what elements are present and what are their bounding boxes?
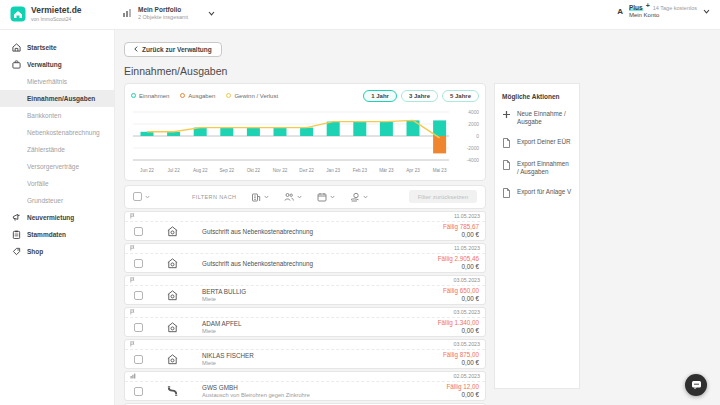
- sidebar-item-grundsteuer[interactable]: Grundsteuer: [0, 192, 114, 209]
- money-icon: [350, 192, 360, 202]
- action-new-entry[interactable]: Neue Einnahme / Ausgabe: [502, 110, 572, 126]
- filter-label: FILTERN NACH: [192, 194, 236, 200]
- row-due-amount: Fällig 1.340,00: [438, 319, 479, 327]
- property-icon: [251, 192, 261, 202]
- document-icon: [502, 138, 511, 148]
- row-title: NIKLAS FISCHER: [202, 352, 254, 359]
- svg-text:Feb 23: Feb 23: [353, 168, 368, 173]
- megaphone-icon: [12, 213, 21, 222]
- row-title: ADAM APFEL: [202, 320, 242, 327]
- chevron-down-icon: [264, 195, 269, 199]
- payment-filter-dropdown[interactable]: [350, 192, 368, 202]
- sidebar-item-einnahmen-ausgaben[interactable]: Einnahmen/Ausgaben: [0, 90, 114, 107]
- sidebar-item-zaehlerstaende[interactable]: Zählerstände: [0, 141, 114, 158]
- people-icon: [284, 192, 294, 202]
- portfolio-selector[interactable]: Mein Portfolio 2 Objekte insgesamt: [122, 6, 215, 20]
- table-row: 03.05.2023 NIKLAS FISCHER Miete Fällig 8…: [124, 339, 486, 369]
- date-filter-dropdown[interactable]: [317, 192, 335, 202]
- app-header: Vermietet.de von ImmoScout24 Mein Portfo…: [0, 0, 720, 30]
- house-icon: [166, 321, 179, 334]
- row-subtitle: Miete: [202, 360, 254, 366]
- svg-text:Jan 23: Jan 23: [326, 168, 340, 173]
- row-checkbox[interactable]: [134, 355, 143, 364]
- sidebar-item-startseite[interactable]: Startseite: [0, 39, 114, 56]
- chevron-down-icon: [330, 195, 335, 199]
- avatar: A: [617, 7, 623, 16]
- svg-text:Sep 22: Sep 22: [220, 168, 235, 173]
- svg-text:Nov 22: Nov 22: [273, 168, 288, 173]
- sidebar-item-verwaltung[interactable]: Verwaltung: [0, 56, 114, 73]
- chevron-down-icon: [297, 195, 302, 199]
- select-all-chevron-icon[interactable]: [145, 195, 150, 199]
- sidebar-item-nebenkostenabrechnung[interactable]: Nebenkostenabrechnung: [0, 124, 114, 141]
- trial-label: 14 Tage kostenlos: [653, 5, 697, 11]
- row-title: Gutschrift aus Nebenkostenabrechnung: [202, 260, 313, 267]
- chat-button[interactable]: [685, 374, 707, 396]
- row-subtitle: Miete: [202, 296, 246, 302]
- row-paid-amount: 0,00 €: [446, 391, 479, 399]
- sidebar-item-shop[interactable]: Shop: [0, 243, 114, 260]
- document-icon: [502, 188, 511, 198]
- row-checkbox[interactable]: [134, 291, 143, 300]
- row-date: 03.05.2023: [453, 341, 480, 347]
- sidebar-item-bankkonten[interactable]: Bankkonten: [0, 107, 114, 124]
- period-3-jahre-button[interactable]: 3 Jahre: [401, 90, 438, 102]
- account-menu[interactable]: A Plus+ 14 Tage kostenlos Mein Konto: [617, 4, 710, 18]
- gewinn-ring-icon: [226, 93, 231, 98]
- period-5-jahre-button[interactable]: 5 Jahre: [442, 90, 479, 102]
- row-due-amount: Fällig 2.905,46: [438, 255, 479, 263]
- row-title: GWS GMBH: [202, 384, 310, 391]
- calendar-icon: [317, 192, 327, 202]
- svg-text:Mär 23: Mär 23: [379, 168, 394, 173]
- row-checkbox[interactable]: [134, 387, 143, 396]
- row-paid-amount: 0,00 €: [443, 295, 479, 303]
- row-paid-amount: 0,00 €: [443, 359, 479, 367]
- actions-title: Mögliche Aktionen: [502, 93, 572, 100]
- select-all-checkbox[interactable]: [133, 192, 142, 201]
- table-row: 11.05.2023 Gutschrift aus Nebenkostenabr…: [124, 211, 486, 241]
- row-paid-amount: 0,00 €: [438, 263, 479, 271]
- row-date: 02.05.2023: [453, 373, 480, 379]
- table-row: 02.05.2023 GWS GMBH Austausch von Bleiro…: [124, 371, 486, 401]
- row-checkbox[interactable]: [134, 259, 143, 268]
- main-content: Zurück zur Verwaltung Einnahmen/Ausgaben…: [115, 30, 720, 405]
- property-filter-dropdown[interactable]: [251, 192, 269, 202]
- back-button[interactable]: Zurück zur Verwaltung: [124, 42, 222, 57]
- filter-reset-button[interactable]: Filter zurücksetzen: [409, 190, 477, 203]
- flag-icon: [130, 213, 135, 219]
- actions-panel: Mögliche Aktionen Neue Einnahme / Ausgab…: [494, 83, 580, 389]
- svg-text:-4000: -4000: [467, 157, 480, 162]
- action-export-anlage-v[interactable]: Export für Anlage V: [502, 188, 572, 198]
- briefcase-icon: [12, 60, 21, 69]
- brand[interactable]: Vermietet.de von ImmoScout24: [10, 5, 82, 22]
- action-export-einnahmen-ausgaben[interactable]: Export Einnahmen / Ausgaben: [502, 160, 572, 176]
- svg-text:Okt 22: Okt 22: [247, 168, 261, 173]
- row-subtitle: Miete: [202, 328, 242, 334]
- row-due-amount: Fällig 12,00: [446, 383, 479, 391]
- sidebar-item-stammdaten[interactable]: Stammdaten: [0, 226, 114, 243]
- svg-text:Jun 22: Jun 22: [140, 168, 154, 173]
- sidebar-item-neuvermietung[interactable]: Neuvermietung: [0, 209, 114, 226]
- action-export-euer[interactable]: Export Deiner EÜR: [502, 138, 572, 148]
- account-label: Mein Konto: [629, 12, 697, 18]
- row-subtitle: Austausch von Bleirohren gegen Zinkrohre: [202, 392, 310, 398]
- portfolio-chevron-down-icon: [208, 11, 215, 16]
- period-switch: 1 Jahr 3 Jahre 5 Jahre: [363, 90, 479, 102]
- row-checkbox[interactable]: [134, 323, 143, 332]
- ausgaben-ring-icon: [180, 93, 185, 98]
- sidebar-item-vorfaelle[interactable]: Vorfälle: [0, 175, 114, 192]
- chat-bubble-icon: [691, 380, 702, 390]
- plus-icon: [502, 110, 511, 119]
- period-1-jahr-button[interactable]: 1 Jahr: [363, 90, 397, 102]
- plan-badge: Plus: [629, 4, 643, 11]
- flag-icon: [130, 277, 135, 283]
- sidebar-item-mietverhaeltnis[interactable]: Mietverhältnis: [0, 73, 114, 90]
- svg-text:2000: 2000: [468, 121, 479, 126]
- clipboard-icon: [12, 230, 21, 239]
- row-checkbox[interactable]: [134, 227, 143, 236]
- row-due-amount: Fällig 785,67: [443, 223, 479, 231]
- svg-text:Dez 22: Dez 22: [299, 168, 314, 173]
- contact-filter-dropdown[interactable]: [284, 192, 302, 202]
- svg-text:0: 0: [476, 133, 479, 138]
- sidebar-item-versorgervertraege[interactable]: Versorgerverträge: [0, 158, 114, 175]
